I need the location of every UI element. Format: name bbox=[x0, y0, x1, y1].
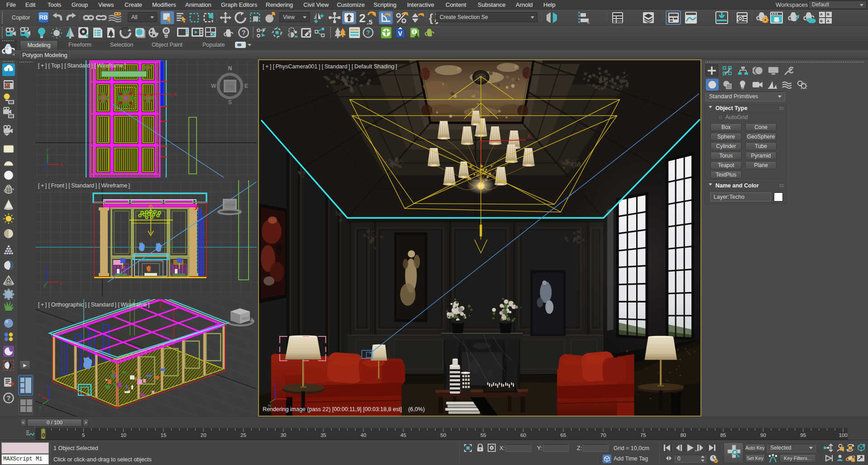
svg-text:y: y bbox=[39, 405, 41, 410]
svg-text:W: W bbox=[211, 83, 216, 89]
svg-text:E: E bbox=[245, 83, 248, 89]
svg-text:15: 15 bbox=[161, 432, 167, 438]
svg-text:B: B bbox=[820, 19, 823, 23]
svg-text:0: 0 bbox=[42, 432, 45, 438]
svg-text:?: ? bbox=[366, 29, 370, 36]
svg-text:60: 60 bbox=[520, 432, 526, 438]
svg-text:50: 50 bbox=[441, 432, 446, 438]
svg-text:10: 10 bbox=[120, 432, 126, 438]
svg-text:65: 65 bbox=[561, 432, 566, 438]
svg-text:30: 30 bbox=[280, 432, 286, 438]
svg-text:V: V bbox=[398, 30, 403, 37]
svg-text:.5: .5 bbox=[367, 18, 373, 25]
svg-text:20: 20 bbox=[201, 432, 206, 438]
svg-text:Rendering image (pass 22) [00:: Rendering image (pass 22) [00:00:11,9] [… bbox=[263, 406, 425, 412]
svg-text:[ + ] [ Orthographic ] [ Stand: [ + ] [ Orthographic ] [ Standard ] [ Wi… bbox=[38, 302, 149, 308]
svg-text:x: x bbox=[38, 392, 40, 397]
svg-text:Z: Z bbox=[478, 97, 481, 102]
svg-text:LEFT: LEFT bbox=[242, 317, 249, 320]
svg-text:Z: Z bbox=[44, 165, 47, 170]
svg-text:95: 95 bbox=[800, 432, 806, 438]
svg-text:2: 2 bbox=[359, 11, 365, 25]
svg-text:z: z bbox=[47, 384, 49, 388]
svg-text:70: 70 bbox=[600, 432, 606, 438]
svg-text:TOP: TOP bbox=[226, 85, 233, 89]
svg-text:S: S bbox=[228, 99, 232, 105]
svg-text:45: 45 bbox=[400, 432, 406, 438]
svg-text:X: X bbox=[173, 91, 177, 97]
svg-text:N: N bbox=[228, 65, 232, 72]
svg-text:40: 40 bbox=[360, 432, 366, 438]
svg-text:80: 80 bbox=[680, 432, 686, 438]
svg-text:X: X bbox=[60, 162, 63, 167]
svg-text:75: 75 bbox=[640, 432, 646, 438]
svg-text:Z: Z bbox=[273, 382, 276, 387]
svg-text:FRONT: FRONT bbox=[224, 203, 235, 207]
svg-text:[ + ] [ Front ] [ Standard ] [: [ + ] [ Front ] [ Standard ] [ Wireframe… bbox=[38, 182, 130, 189]
svg-text:B: B bbox=[827, 12, 830, 16]
svg-text:100: 100 bbox=[839, 432, 847, 438]
svg-text:55: 55 bbox=[480, 432, 486, 438]
svg-text:X: X bbox=[528, 133, 531, 139]
svg-text:[ + ] [ PhysCamera001 ] [ Stan: [ + ] [ PhysCamera001 ] [ Standard ] [ D… bbox=[263, 63, 397, 70]
svg-text:x: x bbox=[60, 280, 62, 285]
svg-text:90: 90 bbox=[760, 432, 766, 438]
svg-text:35: 35 bbox=[321, 432, 326, 438]
svg-text:A: A bbox=[827, 19, 830, 23]
svg-text:A: A bbox=[820, 12, 823, 16]
svg-text:85: 85 bbox=[720, 432, 726, 438]
svg-text:Y: Y bbox=[46, 148, 49, 153]
svg-text:25: 25 bbox=[240, 432, 246, 438]
svg-text:?: ? bbox=[7, 394, 11, 402]
svg-text:?: ? bbox=[242, 29, 246, 36]
svg-text:Z: Z bbox=[46, 266, 48, 271]
svg-text:[ + ] [ Top ] [ Standard ] [ W: [ + ] [ Top ] [ Standard ] [ Wireframe ] bbox=[38, 62, 126, 69]
svg-text:Y: Y bbox=[43, 284, 46, 289]
svg-text:5: 5 bbox=[82, 432, 85, 438]
